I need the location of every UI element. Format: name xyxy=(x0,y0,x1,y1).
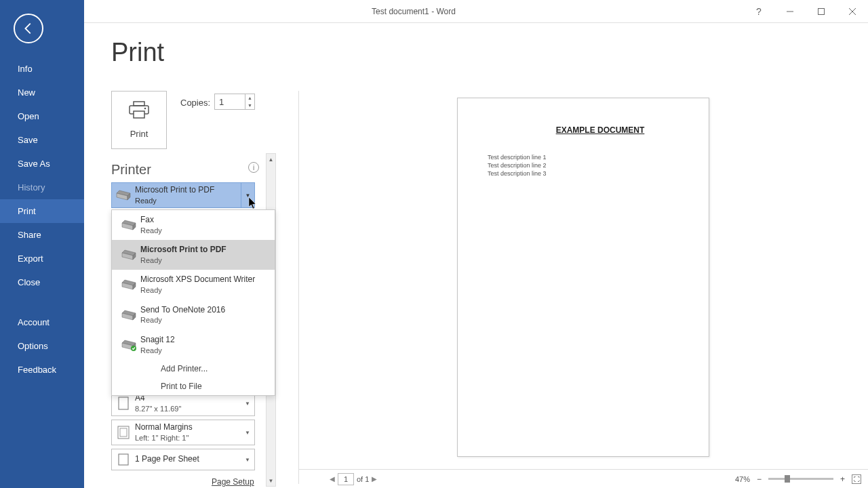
svg-point-7 xyxy=(144,108,146,110)
chevron-down-icon: ▼ xyxy=(241,401,254,407)
printer-icon xyxy=(129,101,149,123)
sheet-icon xyxy=(112,453,135,466)
print-button[interactable]: Print xyxy=(111,91,167,149)
copies-value: 1 xyxy=(215,97,245,107)
printer-device-icon xyxy=(112,189,135,201)
window-title: Test document1 - Word xyxy=(84,7,743,16)
printer-option-snagit[interactable]: Snagit 12Ready xyxy=(112,330,275,360)
printer-dropdown: FaxReady Microsoft Print to PDFReady Mic… xyxy=(111,209,275,396)
paper-icon xyxy=(112,396,135,410)
close-button[interactable] xyxy=(837,5,868,18)
svg-rect-6 xyxy=(134,111,144,118)
printer-device-icon xyxy=(117,249,140,261)
sidebar-item-options[interactable]: Options xyxy=(0,334,84,358)
help-button[interactable]: ? xyxy=(743,6,774,17)
zoom-controls: 47% − + ⛶ xyxy=(735,474,861,484)
sidebar-item-open[interactable]: Open xyxy=(0,104,84,128)
printer-device-icon xyxy=(117,219,140,231)
printer-selected-status: Ready xyxy=(135,196,241,205)
printer-device-icon xyxy=(117,279,140,291)
zoom-in-button[interactable]: + xyxy=(840,474,845,484)
sidebar-item-close[interactable]: Close xyxy=(0,270,84,294)
printer-option-onenote[interactable]: Send To OneNote 2016Ready xyxy=(112,300,275,330)
printer-selected-name: Microsoft Print to PDF xyxy=(135,185,241,196)
print-content: Print Print Copies: 1 ▲▼ Printer i ▲ ▼ M… xyxy=(84,23,868,488)
sidebar-item-saveas[interactable]: Save As xyxy=(0,152,84,176)
sidebar-item-print[interactable]: Print xyxy=(0,199,84,223)
chevron-down-icon[interactable]: ▼ xyxy=(241,183,254,207)
printer-info-icon[interactable]: i xyxy=(248,162,259,173)
printer-device-icon xyxy=(117,339,140,351)
sidebar-item-account[interactable]: Account xyxy=(0,310,84,334)
back-button[interactable] xyxy=(14,14,43,43)
sidebar-item-history[interactable]: History xyxy=(0,176,84,199)
maximize-button[interactable] xyxy=(806,5,837,18)
page-setup-link[interactable]: Page Setup xyxy=(212,477,254,487)
printer-option-fax[interactable]: FaxReady xyxy=(112,210,275,240)
printer-device-icon xyxy=(117,309,140,321)
sidebar-item-feedback[interactable]: Feedback xyxy=(0,358,84,382)
page-number-input[interactable]: 1 xyxy=(338,473,354,485)
zoom-fit-button[interactable]: ⛶ xyxy=(852,474,861,484)
chevron-down-icon: ▼ xyxy=(241,457,254,463)
margins-icon xyxy=(112,426,135,439)
margins-select[interactable]: Normal MarginsLeft: 1" Right: 1" ▼ xyxy=(111,420,255,445)
print-preview: EXAMPLE DOCUMENT Test description line 1… xyxy=(457,98,709,457)
preview-footer: ◀ 1 of 1 ▶ 47% − + ⛶ xyxy=(298,469,868,488)
printer-option-pdf[interactable]: Microsoft Print to PDFReady xyxy=(112,240,275,270)
page-title: Print xyxy=(111,38,164,67)
add-printer-action[interactable]: Add Printer... xyxy=(112,360,275,378)
divider xyxy=(298,91,299,484)
scroll-up-icon[interactable]: ▲ xyxy=(267,154,275,165)
print-to-file-action[interactable]: Print to File xyxy=(112,378,275,395)
printer-option-xps[interactable]: Microsoft XPS Document WriterReady xyxy=(112,270,275,300)
scroll-down-icon[interactable]: ▼ xyxy=(267,475,275,486)
preview-line: Test description line 1 xyxy=(488,154,688,161)
svg-rect-9 xyxy=(119,397,128,409)
sidebar-item-share[interactable]: Share xyxy=(0,223,84,247)
preview-title: EXAMPLE DOCUMENT xyxy=(512,125,688,135)
prev-page-button[interactable]: ◀ xyxy=(330,475,335,483)
svg-rect-1 xyxy=(818,8,825,14)
sidebar-item-save[interactable]: Save xyxy=(0,128,84,152)
minimize-button[interactable] xyxy=(774,5,806,18)
svg-rect-11 xyxy=(120,428,127,436)
preview-line: Test description line 2 xyxy=(488,162,688,169)
svg-rect-12 xyxy=(119,454,128,465)
page-navigator: ◀ 1 of 1 ▶ xyxy=(330,473,377,485)
sidebar-item-new[interactable]: New xyxy=(0,81,84,104)
zoom-percent: 47% xyxy=(735,475,750,483)
printer-heading: Printer xyxy=(111,162,151,178)
zoom-out-button[interactable]: − xyxy=(757,474,762,484)
copies-input[interactable]: 1 ▲▼ xyxy=(214,94,255,110)
print-button-label: Print xyxy=(130,129,149,139)
sidebar-item-info[interactable]: Info xyxy=(0,57,84,81)
zoom-slider[interactable] xyxy=(768,478,833,480)
pages-per-sheet-select[interactable]: 1 Page Per Sheet ▼ xyxy=(111,449,255,470)
svg-rect-4 xyxy=(134,102,144,106)
printer-select[interactable]: Microsoft Print to PDF Ready ▼ xyxy=(111,182,255,208)
chevron-down-icon: ▼ xyxy=(241,430,254,436)
titlebar: Test document1 - Word ? xyxy=(84,0,868,23)
backstage-sidebar: Info New Open Save Save As History Print… xyxy=(0,0,84,488)
sidebar-item-export[interactable]: Export xyxy=(0,247,84,270)
next-page-button[interactable]: ▶ xyxy=(372,475,377,483)
copies-label: Copies: xyxy=(180,98,210,108)
page-total-label: of 1 xyxy=(357,475,369,483)
copies-spinner[interactable]: ▲▼ xyxy=(245,94,254,109)
preview-line: Test description line 3 xyxy=(488,170,688,177)
